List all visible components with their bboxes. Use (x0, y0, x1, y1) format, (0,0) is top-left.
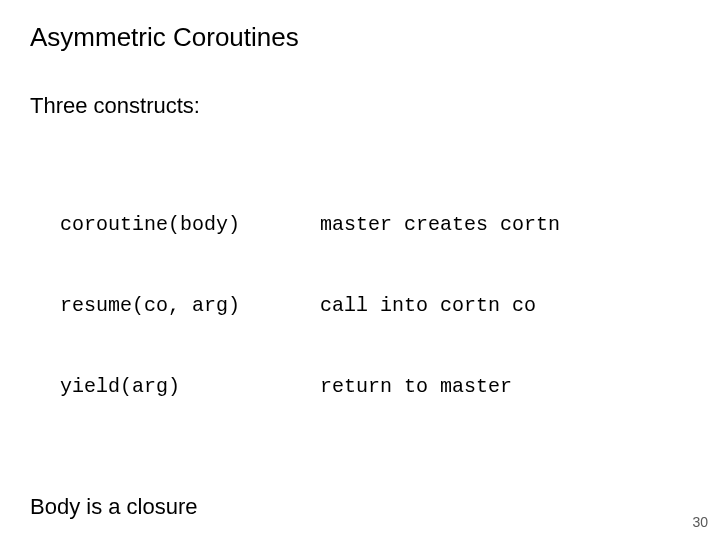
constructs-block: coroutine(body) resume(co, arg) yield(ar… (30, 157, 690, 454)
closing-text: Body is a closure (30, 494, 690, 520)
subheading: Three constructs: (30, 93, 690, 119)
constructs-right-col: master creates cortn call into cortn co … (320, 157, 560, 454)
construct-line: resume(co, arg) (60, 292, 320, 319)
construct-line: coroutine(body) (60, 211, 320, 238)
construct-desc: return to master (320, 373, 560, 400)
construct-line: yield(arg) (60, 373, 320, 400)
construct-desc: master creates cortn (320, 211, 560, 238)
page-number: 30 (692, 514, 708, 530)
constructs-left-col: coroutine(body) resume(co, arg) yield(ar… (60, 157, 320, 454)
construct-desc: call into cortn co (320, 292, 560, 319)
slide-title: Asymmetric Coroutines (30, 22, 690, 53)
slide: Asymmetric Coroutines Three constructs: … (0, 0, 720, 540)
